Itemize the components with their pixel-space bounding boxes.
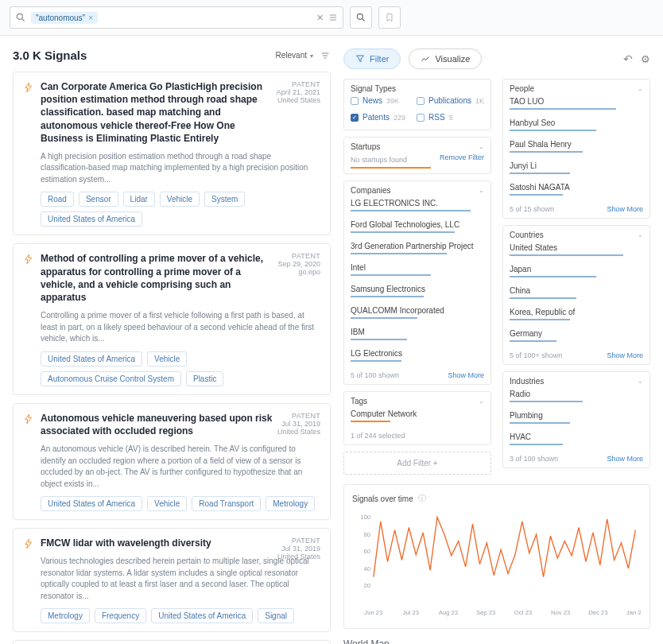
undo-icon[interactable]: ↶ — [623, 52, 633, 65]
svg-text:100: 100 — [360, 514, 370, 521]
filter-list-item[interactable]: China — [510, 282, 643, 304]
filter-countries-head[interactable]: Countries⌄ — [510, 231, 643, 239]
filter-list-item[interactable]: QUALCOMM Incorporated — [351, 302, 484, 324]
filter-list-item[interactable]: TAO LUO — [510, 93, 643, 114]
filter-startups: Startups⌄ No startups found Remove Filte… — [343, 137, 491, 174]
filter-people-head[interactable]: People⌄ — [510, 84, 643, 93]
filter-companies: Companies⌄ LG ELECTRONICS INC.Ford Globa… — [343, 180, 491, 385]
remove-filter-link[interactable]: Remove Filter — [440, 153, 484, 161]
filter-list-item[interactable]: Intel — [351, 259, 484, 281]
filter-list-item[interactable]: Plumbing — [510, 407, 643, 429]
filter-list-item[interactable]: Korea, Republic of — [510, 304, 643, 325]
countries-show-more[interactable]: Show More — [607, 351, 643, 359]
result-card[interactable]: Pick-up authentication via audible signa… — [13, 640, 331, 644]
svg-text:Jan 24: Jan 24 — [626, 609, 642, 616]
line-chart: 20406080100Jun 23Jul 23Aug 23Sep 23Oct 2… — [352, 509, 642, 620]
result-tag[interactable]: Vehicle — [147, 496, 187, 511]
result-tag[interactable]: United States of America — [41, 211, 142, 227]
signal-type-option[interactable]: News39K — [351, 96, 409, 105]
result-meta: PATENTApril 21, 2021United States — [276, 80, 320, 104]
svg-text:Nov 23: Nov 23 — [551, 609, 570, 616]
result-tag[interactable]: Metrology — [41, 608, 90, 623]
filter-list-item[interactable]: Samsung Electronics — [351, 281, 484, 302]
filter-button[interactable]: Filter — [343, 48, 401, 69]
signal-type-option[interactable]: ✓Patents229 — [351, 113, 409, 122]
signal-type-option[interactable]: RSS5 — [417, 113, 484, 122]
sort-lines-icon[interactable] — [320, 51, 331, 60]
result-desc: An autonomous vehicle (AV) is described … — [41, 444, 320, 490]
sliders-icon[interactable] — [328, 13, 338, 22]
result-desc: A high precision position estimation met… — [41, 151, 320, 186]
search-button[interactable] — [350, 6, 372, 29]
sort-dropdown[interactable]: Relevant — [276, 51, 313, 60]
bolt-icon — [23, 82, 34, 93]
filter-list-item[interactable]: United States — [510, 239, 643, 261]
filter-companies-head[interactable]: Companies⌄ — [351, 186, 484, 195]
companies-show-more[interactable]: Show More — [448, 371, 484, 379]
result-tag[interactable]: United States of America — [41, 496, 142, 511]
result-tag[interactable]: Road — [41, 192, 74, 207]
filter-list-item[interactable]: LG ELECTRONICS INC. — [351, 195, 484, 216]
result-tag[interactable]: Plastic — [186, 371, 223, 386]
filter-tags-head[interactable]: Tags⌄ — [351, 397, 484, 405]
search-box[interactable]: "autonomous" × ✕ — [10, 6, 343, 29]
search-icon — [15, 12, 26, 23]
chart-icon — [421, 54, 430, 64]
clear-search-icon[interactable]: ✕ — [316, 13, 324, 23]
result-card[interactable]: Autonomous vehicle maneuvering based upo… — [13, 403, 331, 520]
people-show-more[interactable]: Show More — [607, 205, 643, 213]
result-tag[interactable]: Sensor — [79, 192, 118, 207]
result-tag[interactable]: System — [204, 192, 245, 207]
svg-text:Jun 23: Jun 23 — [364, 609, 382, 616]
result-desc: Controlling a prime mover of a first veh… — [41, 310, 320, 345]
industries-show-more[interactable]: Show More — [607, 455, 643, 463]
result-tag[interactable]: United States of America — [41, 351, 142, 367]
bookmark-button[interactable] — [378, 6, 401, 29]
filter-startups-head[interactable]: Startups⌄ — [351, 142, 484, 151]
result-tag[interactable]: Signal — [258, 608, 294, 623]
filter-list-item[interactable]: Radio — [510, 386, 643, 407]
checkbox-icon — [417, 97, 425, 105]
filter-list-item[interactable]: HVAC — [510, 429, 643, 450]
result-card[interactable]: Can Corporate America Go PlasticHigh pre… — [13, 72, 331, 235]
visualize-button[interactable]: Visualize — [409, 48, 482, 69]
svg-line-1 — [22, 19, 25, 21]
svg-text:80: 80 — [363, 531, 370, 538]
tags-selected: 1 of 244 selected — [351, 432, 484, 440]
result-tag[interactable]: Autonomous Cruise Control System — [41, 371, 181, 386]
filter-list-item[interactable]: Satoshi NAGATA — [510, 179, 643, 200]
filter-list-item[interactable]: Junyi Li — [510, 157, 643, 179]
add-filter-button[interactable]: Add Filter + — [343, 452, 491, 475]
filter-list-item[interactable]: LG Electronics — [351, 345, 484, 367]
bolt-icon — [23, 413, 34, 425]
filter-list-item[interactable]: Japan — [510, 261, 643, 282]
info-icon[interactable]: ⓘ — [418, 493, 426, 504]
result-card[interactable]: Method of controlling a prime mover of a… — [13, 243, 331, 394]
result-tag[interactable]: United States of America — [151, 608, 253, 623]
result-tag[interactable]: Frequency — [95, 608, 146, 623]
tags-item[interactable]: Computer Network — [351, 405, 484, 427]
filter-list-item[interactable]: Paul Shala Henry — [510, 136, 643, 157]
filter-list-item[interactable]: Hanbyul Seo — [510, 114, 643, 136]
settings-icon[interactable]: ⚙ — [641, 53, 650, 65]
filter-signal-types-head[interactable]: Signal Types — [351, 84, 484, 93]
result-tag[interactable]: Vehicle — [160, 192, 200, 207]
search-chip[interactable]: "autonomous" × — [31, 12, 98, 24]
result-tag[interactable]: Vehicle — [147, 351, 187, 367]
industries-shown: 3 of 100 shown — [510, 455, 558, 463]
result-desc: Various technologies described herein pe… — [41, 556, 320, 602]
filter-industries-head[interactable]: Industries⌄ — [510, 377, 643, 386]
filter-list-item[interactable]: Germany — [510, 325, 643, 347]
filter-list-item[interactable]: 3rd Generation Partnership Project — [351, 238, 484, 259]
result-tag[interactable]: Lidar — [123, 192, 155, 207]
result-tag[interactable]: Metrology — [266, 496, 315, 511]
filter-tags: Tags⌄ Computer Network 1 of 244 selected — [343, 391, 491, 445]
filter-list-item[interactable]: IBM — [351, 324, 484, 345]
signal-type-option[interactable]: Publications1K — [417, 96, 484, 105]
result-card[interactable]: FMCW lidar with wavelength diversity PAT… — [13, 528, 331, 632]
people-shown: 5 of 15 shown — [510, 205, 554, 213]
chip-remove-icon[interactable]: × — [88, 14, 93, 22]
result-tag[interactable]: Road Transport — [192, 496, 261, 511]
filter-list-item[interactable]: Ford Global Technologies, LLC — [351, 216, 484, 238]
svg-line-6 — [363, 19, 365, 21]
